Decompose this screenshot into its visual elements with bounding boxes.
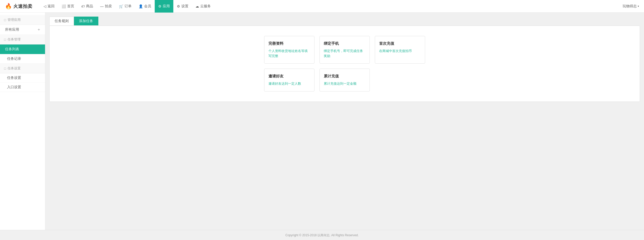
task-card-complete-profile[interactable]: 完善资料 个人资料收货地址姓名等填写完整: [264, 36, 314, 64]
nav-label-order: 订单: [125, 4, 132, 9]
tabs-bar: 任务规则 添加任务: [49, 17, 640, 25]
section-task-settings-icon: □: [4, 67, 6, 70]
back-icon: ◁: [44, 4, 46, 8]
task-card-bind-phone-desc: 绑定手机号，即可完成任务奖励: [324, 49, 366, 58]
task-card-bind-phone[interactable]: 绑定手机 绑定手机号，即可完成任务奖励: [319, 36, 370, 64]
auction-icon: —: [100, 4, 104, 8]
sidebar-section-task-settings-title: 任务设置: [8, 66, 21, 71]
task-card-cumulative-recharge-title: 累计充值: [324, 74, 366, 79]
sidebar-item-task-log[interactable]: 任务记录: [0, 54, 45, 64]
order-icon: 🛒: [119, 4, 123, 8]
nav-item-member[interactable]: 👤 会员: [135, 0, 155, 13]
sidebar-item-all-apps[interactable]: 所有应用 +: [0, 25, 45, 35]
chevron-down-icon: ▾: [638, 5, 639, 8]
cloud-icon: ☁: [195, 4, 199, 8]
nav-label-member: 会员: [144, 4, 151, 9]
sidebar-item-task-setting-label: 任务设置: [7, 76, 21, 80]
task-card-invite-friends[interactable]: 邀请好友 邀请好友达到一定人数: [264, 69, 314, 91]
tab-task-rules[interactable]: 任务规则: [49, 17, 74, 25]
sidebar-item-entrance-setting-label: 入口设置: [7, 85, 21, 89]
logo-icon: 🔥: [5, 3, 12, 10]
sidebar-item-task-setting[interactable]: 任务设置: [0, 73, 45, 83]
sidebar-item-task-log-label: 任务记录: [7, 57, 21, 61]
nav-item-home[interactable]: ⬜ 首页: [58, 0, 78, 13]
task-card-bind-phone-title: 绑定手机: [324, 41, 366, 46]
task-card-complete-profile-desc: 个人资料收货地址姓名等填写完整: [268, 49, 310, 58]
nav-item-back[interactable]: ◁ 返回: [40, 0, 58, 13]
top-nav: 🔥 火速拍卖 ◁ 返回 ⬜ 首页 🏷 商品 — 拍卖 🛒 订单 👤 会员 ⚙: [0, 0, 644, 13]
app-icon: ⚙: [158, 4, 162, 8]
nav-label-auction: 拍卖: [105, 4, 112, 9]
goods-icon: 🏷: [81, 4, 85, 8]
sidebar-section-task-settings: □ 任务设置: [0, 64, 45, 73]
nav-label-home: 首页: [67, 4, 74, 9]
sidebar-item-all-apps-label: 所有应用: [5, 27, 19, 32]
task-card-complete-profile-title: 完善资料: [268, 41, 310, 46]
main-content: 任务规则 添加任务 完善资料 个人资料收货地址姓名等填写完整 绑定手机 绑定手机…: [45, 13, 644, 230]
task-card-invite-friends-title: 邀请好友: [268, 74, 310, 79]
footer: Copyright © 2015-2018 以商何志. All Rights R…: [0, 230, 644, 240]
nav-label-goods: 商品: [86, 4, 93, 9]
nav-item-auction[interactable]: — 拍卖: [97, 0, 115, 13]
nav-items: ◁ 返回 ⬜ 首页 🏷 商品 — 拍卖 🛒 订单 👤 会员 ⚙ 应用 ⚙: [40, 0, 623, 13]
sidebar-section-task-manage-title: 任务管理: [8, 37, 21, 42]
task-card-invite-friends-desc: 邀请好友达到一定人数: [268, 81, 310, 86]
tab-add-task[interactable]: 添加任务: [74, 17, 98, 25]
user-label: 玩物得志: [623, 4, 637, 9]
plus-icon: +: [38, 27, 40, 32]
task-card-cumulative-recharge-desc: 累计充值达到一定金额: [324, 81, 366, 86]
logo: 🔥 火速拍卖: [5, 3, 32, 10]
task-panel: 完善资料 个人资料收货地址姓名等填写完整 绑定手机 绑定手机号，即可完成任务奖励…: [49, 26, 640, 102]
sidebar-section-task-manage: □ 任务管理: [0, 35, 45, 44]
nav-label-app: 应用: [163, 4, 170, 9]
sidebar-item-entrance-setting[interactable]: 入口设置: [0, 83, 45, 92]
task-cards-grid: 完善资料 个人资料收货地址姓名等填写完整 绑定手机 绑定手机号，即可完成任务奖励…: [57, 36, 632, 91]
sidebar-item-task-list-label: 任务列表: [5, 47, 19, 52]
sidebar-section-manage-apps: □ 管理应用: [0, 15, 45, 25]
nav-label-cloud: 云服务: [200, 4, 211, 9]
logo-text: 火速拍卖: [13, 3, 32, 9]
task-card-first-recharge-desc: 在商城中首次充值拍币: [379, 49, 421, 54]
task-card-first-recharge[interactable]: 首次充值 在商城中首次充值拍币: [375, 36, 425, 64]
member-icon: 👤: [139, 4, 143, 8]
home-icon: ⬜: [62, 4, 66, 8]
nav-right: 玩物得志 ▾: [623, 4, 639, 9]
nav-item-goods[interactable]: 🏷 商品: [78, 0, 97, 13]
footer-copyright: Copyright © 2015-2018 以商何志. All Rights R…: [286, 233, 359, 237]
sidebar-section-manage-apps-title: 管理应用: [8, 18, 21, 22]
settings-icon: ⚙: [177, 4, 180, 8]
nav-item-app[interactable]: ⚙ 应用: [155, 0, 173, 13]
sidebar-item-task-list[interactable]: 任务列表: [0, 44, 45, 54]
task-card-first-recharge-title: 首次充值: [379, 41, 421, 46]
nav-item-order[interactable]: 🛒 订单: [115, 0, 135, 13]
section-task-manage-icon: □: [4, 38, 6, 41]
nav-item-cloud[interactable]: ☁ 云服务: [192, 0, 214, 13]
main-layout: □ 管理应用 所有应用 + □ 任务管理 任务列表 任务记录 □ 任务设置 任务…: [0, 13, 644, 230]
user-button[interactable]: 玩物得志 ▾: [623, 4, 639, 9]
nav-label-back: 返回: [48, 4, 55, 9]
nav-item-settings[interactable]: ⚙ 设置: [173, 0, 192, 13]
nav-label-settings: 设置: [181, 4, 188, 9]
task-card-cumulative-recharge[interactable]: 累计充值 累计充值达到一定金额: [319, 69, 370, 91]
section-manage-apps-icon: □: [4, 18, 6, 22]
sidebar: □ 管理应用 所有应用 + □ 任务管理 任务列表 任务记录 □ 任务设置 任务…: [0, 13, 45, 230]
